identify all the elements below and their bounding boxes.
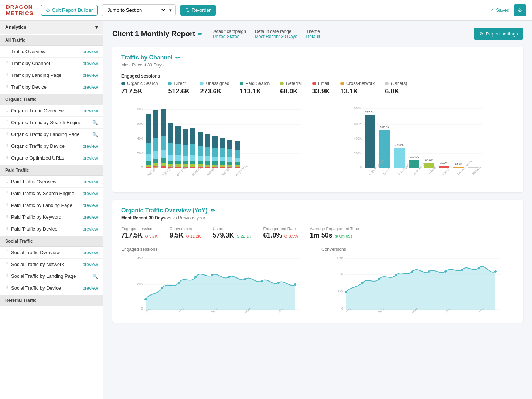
delta-avg-time: ⊕ 0m 05s — [335, 234, 352, 239]
sidebar-item-traffic-by-device[interactable]: ⠿ Traffic by Device preview — [0, 81, 103, 93]
gear-icon: ⚙ — [479, 31, 484, 37]
settings-gear-button[interactable]: ⚙ — [514, 4, 526, 16]
yoy-stat-users: Users 579.3K ⊕ 22.1K — [213, 226, 252, 239]
traffic-by-channel-subtitle: Most Recent 30 Days — [121, 62, 514, 68]
main-layout: Analytics ▾ All Traffic ⠿ Traffic Overvi… — [0, 21, 532, 399]
sidebar-item-organic-traffic-overview[interactable]: ⠿ Organic Traffic Overview preview — [0, 105, 103, 117]
quit-report-builder-button[interactable]: ⊙ Quit Report Builder — [41, 5, 98, 16]
svg-rect-88 — [235, 167, 240, 168]
stat-referral: Referral 68.0K — [280, 81, 302, 95]
sidebar-item-organic-by-landing-page[interactable]: ⠿ Organic Traffic by Landing Page 🔍 — [0, 129, 103, 140]
report-title-text: Client 1 Monthly Report — [112, 30, 195, 38]
sidebar-group-all-traffic: All Traffic — [0, 35, 103, 46]
conversions-chart: Conversions 1.5K 1K 500 0 — [321, 247, 514, 315]
sidebar-label-traffic-overview: Traffic Overview — [11, 49, 45, 54]
svg-rect-15 — [146, 167, 151, 168]
sidebar-group-referral-traffic: Referral Traffic — [0, 295, 103, 306]
svg-text:13.1K: 13.1K — [455, 162, 463, 166]
sidebar-item-organic-optimized-urls[interactable]: ⠿ Organic Optimized URLs preview — [0, 152, 103, 164]
logo-line2: METRICS — [6, 10, 34, 17]
svg-point-164 — [444, 270, 447, 273]
delta-engaged: ⊖ 5.7K — [145, 234, 158, 239]
reorder-button[interactable]: ⇅ Re-order — [180, 5, 216, 16]
sidebar-item-traffic-by-landing-page[interactable]: ⠿ Traffic by Landing Page preview — [0, 69, 103, 81]
delta-conversions: ⊖ 11.2K — [186, 234, 201, 239]
svg-text:0: 0 — [360, 166, 362, 169]
svg-point-140 — [228, 276, 230, 278]
sidebar-label: Social Traffic by Device — [11, 285, 61, 291]
svg-text:68.0K: 68.0K — [425, 158, 433, 162]
stat-cross-network: Cross-network 13.1K — [340, 81, 375, 95]
sidebar-item-organic-by-device[interactable]: ⠿ Organic Traffic by Device preview — [0, 140, 103, 152]
stacked-bar-svg: 80K 60K 40K 20K 0 — [121, 103, 314, 184]
engaged-sessions-label: Engaged sessions — [121, 74, 514, 79]
drag-icon: ⠿ — [5, 262, 8, 267]
gear-icon: ⚙ — [518, 7, 522, 13]
sidebar-header: Analytics ▾ — [0, 21, 103, 34]
sidebar-item-traffic-by-channel[interactable]: ⠿ Traffic by Channel preview — [0, 58, 103, 69]
stat-email: Email 33.9K — [312, 81, 330, 95]
svg-point-158 — [345, 291, 347, 293]
sidebar: Analytics ▾ All Traffic ⠿ Traffic Overvi… — [0, 21, 103, 399]
title-text: Organic Traffic Overview (YoY) — [121, 207, 208, 214]
sidebar-item-paid-by-keyword[interactable]: ⠿ Paid Traffic by Keyword preview — [0, 211, 103, 223]
drag-icon: ⠿ — [5, 85, 8, 89]
jump-select-input[interactable]: Jump to Section — [106, 7, 166, 13]
drag-icon: ⠿ — [5, 144, 8, 149]
sidebar-header-label: Analytics — [5, 24, 27, 30]
sidebar-item-social-by-device[interactable]: ⠿ Social Traffic by Device preview — [0, 282, 103, 294]
svg-point-162 — [411, 270, 413, 273]
drag-icon: ⠿ — [5, 203, 8, 208]
conversions-svg: 1.5K 1K 500 0 — [321, 255, 514, 314]
meta-date: Default date range Most Recent 30 Days — [255, 29, 297, 39]
search-icon: 🔍 — [92, 274, 98, 279]
app-header: DRAGON METRICS ⊙ Quit Report Builder Jum… — [0, 0, 532, 21]
sidebar-label: Paid Traffic by Landing Page — [11, 202, 72, 208]
sidebar-item-paid-by-landing-page[interactable]: ⠿ Paid Traffic by Landing Page preview — [0, 200, 103, 211]
channel-charts-row: 80K 60K 40K 20K 0 — [121, 103, 514, 185]
theme-label: Theme — [306, 29, 320, 34]
sidebar-item-paid-by-search-engine[interactable]: ⠿ Paid Traffic by Search Engine preview — [0, 188, 103, 200]
svg-point-138 — [194, 276, 197, 278]
chevron-down-icon: ▾ — [169, 7, 172, 13]
reorder-icon: ⇅ — [185, 7, 190, 13]
preview-badge: preview — [83, 203, 98, 208]
check-icon: ✓ — [490, 7, 494, 13]
sidebar-item-social-by-landing-page[interactable]: ⠿ Social Traffic by Landing Page 🔍 — [0, 270, 103, 282]
campaign-geo-link[interactable]: .United States — [211, 34, 246, 39]
sidebar-item-social-overview[interactable]: ⠿ Social Traffic Overview preview — [0, 247, 103, 259]
preview-badge: preview — [83, 262, 98, 267]
sidebar-item-social-by-network[interactable]: ⠿ Social Traffic by Network preview — [0, 259, 103, 270]
drag-icon: ⠿ — [5, 286, 8, 290]
search-icon: 🔍 — [92, 132, 98, 137]
svg-point-141 — [244, 278, 246, 280]
sidebar-label: Social Traffic by Network — [11, 262, 64, 267]
svg-text:80K: 80K — [137, 107, 143, 111]
date-value-link[interactable]: Most Recent 30 Days — [255, 34, 297, 39]
edit-icon[interactable]: ✏ — [175, 55, 180, 61]
drag-icon: ⠿ — [5, 49, 8, 54]
preview-badge: preview — [83, 191, 98, 196]
preview-badge: preview — [83, 286, 98, 291]
sidebar-item-traffic-overview[interactable]: ⠿ Traffic Overview preview — [0, 46, 103, 58]
sidebar-item-organic-by-search-engine[interactable]: ⠿ Organic Traffic by Search Engine 🔍 — [0, 117, 103, 129]
sidebar-item-paid-overview[interactable]: ⠿ Paid Traffic Overview preview — [0, 176, 103, 188]
edit-icon[interactable]: ✏ — [211, 208, 215, 214]
sidebar-label: Paid Traffic by Keyword — [11, 214, 61, 220]
svg-text:800K: 800K — [354, 106, 362, 110]
preview-badge: preview — [83, 108, 98, 113]
svg-point-165 — [461, 269, 463, 271]
report-settings-button[interactable]: ⚙ Report settings — [474, 28, 523, 40]
svg-point-135 — [144, 298, 147, 300]
jump-to-section-dropdown[interactable]: Jump to Section ▾ — [102, 4, 176, 16]
sidebar-label-traffic-by-device: Traffic by Device — [11, 84, 47, 90]
sidebar-item-paid-by-device[interactable]: ⠿ Paid Traffic by Device preview — [0, 223, 103, 235]
quit-label: Quit Report Builder — [52, 7, 93, 13]
edit-icon[interactable]: ✏ — [198, 31, 202, 37]
sidebar-label: Social Traffic Overview — [11, 250, 60, 255]
organic-yoy-title: Organic Traffic Overview (YoY) ✏ — [121, 207, 514, 214]
drag-icon: ⠿ — [5, 191, 8, 196]
sidebar-label: Organic Traffic by Landing Page — [11, 132, 80, 137]
theme-value-link[interactable]: Default — [306, 34, 320, 39]
sidebar-group-organic-traffic: Organic Traffic — [0, 94, 103, 105]
